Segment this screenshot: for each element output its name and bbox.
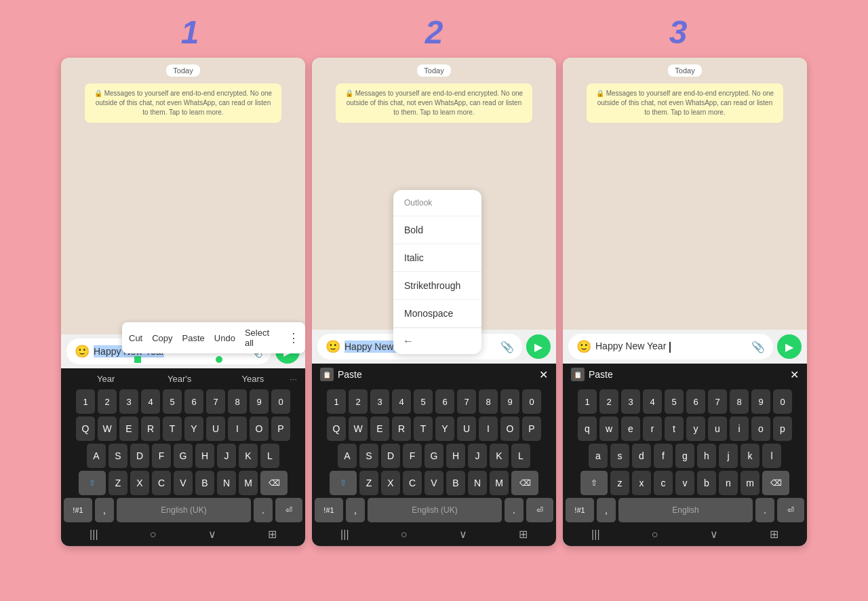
- paste-label-3[interactable]: Paste: [589, 369, 613, 380]
- key-1[interactable]: 1: [76, 389, 95, 414]
- key2-d[interactable]: D: [381, 444, 400, 468]
- key-m[interactable]: M: [239, 471, 258, 495]
- period-key[interactable]: .: [254, 498, 273, 522]
- key-9[interactable]: 9: [250, 389, 269, 414]
- recents-nav-icon-3[interactable]: ∨: [710, 528, 718, 541]
- key3-j[interactable]: j: [719, 444, 738, 468]
- key-2[interactable]: 2: [98, 389, 117, 414]
- emoji-icon-3[interactable]: 🙂: [576, 339, 591, 354]
- key-4[interactable]: 4: [141, 389, 160, 414]
- copy-button[interactable]: Copy: [151, 330, 174, 346]
- key3-9[interactable]: 9: [751, 389, 770, 414]
- key2-l[interactable]: L: [511, 444, 530, 468]
- key-3[interactable]: 3: [119, 389, 138, 414]
- format-italic[interactable]: Italic: [393, 244, 481, 272]
- home-nav-icon-3[interactable]: ○: [652, 528, 658, 541]
- key-q[interactable]: Q: [76, 416, 95, 441]
- key-o[interactable]: O: [250, 416, 269, 441]
- key-j[interactable]: J: [217, 444, 236, 468]
- format-strikethrough[interactable]: Strikethrough: [393, 272, 481, 300]
- key2-7[interactable]: 7: [457, 389, 476, 414]
- key-d[interactable]: D: [130, 444, 149, 468]
- key-r[interactable]: R: [141, 416, 160, 441]
- key2-m[interactable]: M: [490, 471, 509, 495]
- space-key-3[interactable]: English: [618, 498, 753, 522]
- key3-x[interactable]: x: [632, 471, 651, 495]
- key2-r[interactable]: R: [392, 416, 411, 441]
- key2-g[interactable]: G: [425, 444, 443, 468]
- key2-2[interactable]: 2: [349, 389, 368, 414]
- key3-o[interactable]: o: [751, 416, 770, 441]
- enter-key-2[interactable]: ⏎: [526, 498, 553, 522]
- suggestion-1[interactable]: Year: [69, 374, 142, 384]
- symbols-key-2[interactable]: !#1: [315, 498, 343, 522]
- paste-button[interactable]: Paste: [181, 330, 206, 346]
- phone-3-input-field[interactable]: 🙂 Happy New Year 📎: [568, 334, 773, 360]
- key-y[interactable]: Y: [184, 416, 203, 441]
- key2-9[interactable]: 9: [500, 389, 519, 414]
- shift-key-2[interactable]: ⇧: [330, 471, 357, 495]
- key3-b[interactable]: b: [697, 471, 716, 495]
- key2-a[interactable]: A: [338, 444, 357, 468]
- key3-u[interactable]: u: [708, 416, 727, 441]
- shift-key[interactable]: ⇧: [79, 471, 106, 495]
- suggestion-2[interactable]: Year's: [142, 374, 216, 384]
- context-menu[interactable]: Cut Copy Paste Undo Select all ⋮: [122, 322, 305, 353]
- key2-4[interactable]: 4: [392, 389, 411, 414]
- key2-i[interactable]: I: [479, 416, 498, 441]
- key-b[interactable]: B: [195, 471, 214, 495]
- key3-w[interactable]: w: [599, 416, 618, 441]
- format-outlook[interactable]: Outlook: [393, 190, 481, 216]
- key3-s[interactable]: s: [610, 444, 629, 468]
- attach-icon-3[interactable]: 📎: [751, 341, 765, 353]
- key-6[interactable]: 6: [184, 389, 203, 414]
- emoji-icon-2[interactable]: 🙂: [326, 339, 340, 354]
- back-nav-icon-2[interactable]: |||: [340, 528, 349, 541]
- back-nav-icon[interactable]: |||: [90, 528, 98, 541]
- key3-0[interactable]: 0: [773, 389, 792, 414]
- key-0[interactable]: 0: [271, 389, 290, 414]
- key2-f[interactable]: F: [403, 444, 422, 468]
- period-key-3[interactable]: .: [755, 498, 774, 522]
- key2-u[interactable]: U: [457, 416, 476, 441]
- paste-btn-3[interactable]: 📋 Paste: [571, 368, 613, 381]
- format-back-button[interactable]: ←: [393, 328, 481, 354]
- attach-icon-2[interactable]: 📎: [500, 341, 514, 353]
- key-f[interactable]: F: [152, 444, 171, 468]
- backspace-key[interactable]: ⌫: [260, 471, 288, 495]
- send-button-3[interactable]: ▶: [777, 334, 802, 359]
- symbols-key-3[interactable]: !#1: [566, 498, 594, 522]
- enter-key[interactable]: ⏎: [275, 498, 302, 522]
- key-x[interactable]: X: [130, 471, 149, 495]
- key-8[interactable]: 8: [228, 389, 247, 414]
- key3-1[interactable]: 1: [578, 389, 597, 414]
- keyboard-nav-icon-3[interactable]: ⊞: [770, 528, 778, 541]
- key2-j[interactable]: J: [468, 444, 487, 468]
- key3-3[interactable]: 3: [621, 389, 640, 414]
- suggestion-more[interactable]: ···: [290, 374, 297, 384]
- key-s[interactable]: S: [108, 444, 127, 468]
- key2-6[interactable]: 6: [435, 389, 454, 414]
- paste-btn[interactable]: 📋 Paste: [320, 368, 362, 381]
- key3-m[interactable]: m: [741, 471, 760, 495]
- emoji-icon[interactable]: 🙂: [75, 344, 90, 359]
- key-p[interactable]: P: [271, 416, 290, 441]
- close-paste-icon[interactable]: ✕: [539, 368, 548, 381]
- key2-y[interactable]: Y: [435, 416, 454, 441]
- format-menu[interactable]: Outlook Bold Italic Strikethrough Monosp…: [393, 190, 481, 354]
- key-a[interactable]: A: [87, 444, 106, 468]
- key2-s[interactable]: S: [359, 444, 378, 468]
- key3-y[interactable]: y: [686, 416, 705, 441]
- backspace-key-3[interactable]: ⌫: [762, 471, 789, 495]
- key-w[interactable]: W: [98, 416, 117, 441]
- more-options-icon[interactable]: ⋮: [288, 330, 300, 345]
- key3-2[interactable]: 2: [599, 389, 618, 414]
- key2-o[interactable]: O: [500, 416, 519, 441]
- key2-p[interactable]: P: [522, 416, 541, 441]
- symbols-key[interactable]: !#1: [64, 498, 92, 522]
- keyboard-nav-icon-2[interactable]: ⊞: [519, 528, 528, 541]
- home-nav-icon[interactable]: ○: [150, 528, 157, 541]
- undo-button[interactable]: Undo: [213, 330, 237, 346]
- key2-q[interactable]: Q: [327, 416, 346, 441]
- format-bold[interactable]: Bold: [393, 216, 481, 244]
